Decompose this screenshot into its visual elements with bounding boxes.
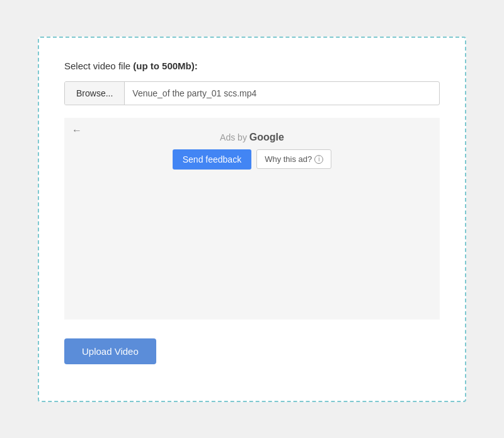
google-label: Google [249, 132, 284, 142]
upload-video-button[interactable]: Upload Video [64, 338, 156, 364]
send-feedback-button[interactable]: Send feedback [173, 149, 251, 170]
ad-back-arrow[interactable]: ← [72, 125, 82, 135]
why-this-ad-label: Why this ad? [265, 154, 312, 164]
main-container: Select video file (up to 500Mb): Browse.… [38, 37, 466, 402]
ads-by-label: Ads by [220, 132, 249, 142]
ads-action-row: Send feedback Why this ad? i [74, 149, 430, 170]
file-name-display: Venue_of the party_01 scs.mp4 [125, 88, 439, 98]
why-this-ad-button[interactable]: Why this ad? i [256, 149, 331, 169]
section-label: Select video file (up to 500Mb): [64, 61, 440, 71]
ads-by-google: Ads by Google [74, 132, 430, 143]
browse-button[interactable]: Browse... [65, 82, 125, 105]
ad-area: ← Ads by Google Send feedback Why this a… [64, 118, 440, 320]
section-label-limit: (up to 500Mb): [133, 61, 198, 71]
section-label-text: Select video file [64, 61, 133, 71]
info-icon: i [314, 155, 323, 164]
file-input-row: Browse... Venue_of the party_01 scs.mp4 [64, 81, 440, 105]
